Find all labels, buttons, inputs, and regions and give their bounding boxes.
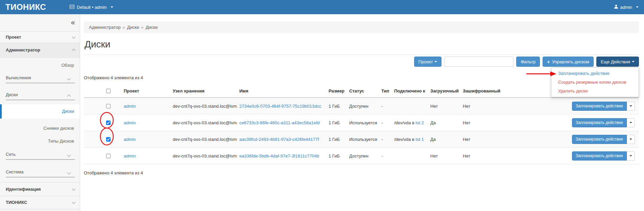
chevron-down-icon [72, 187, 75, 190]
sidebar-group-volumes[interactable]: Диски [6, 92, 75, 100]
attached-cell: /dev/vda в tst 2 [391, 114, 428, 131]
tionix-logo[interactable]: ТИОНИКС [0, 2, 70, 12]
project-link[interactable]: admin [124, 153, 136, 159]
sidebar-item-volume-types[interactable]: Типы Дисков [0, 137, 80, 146]
search-input[interactable] [444, 57, 514, 67]
col-header-type: Тип [379, 85, 391, 98]
breadcrumb-item-admin[interactable]: Администратор [89, 25, 121, 30]
host-cell: dev-cnt7q-ovs-03.stand.loc@lvm#lvm [170, 114, 237, 131]
schedule-action-button[interactable]: Запланировать действие [572, 135, 627, 144]
sidebar-group-system[interactable]: Система [6, 169, 75, 177]
menu-item-delete-volumes[interactable]: Удалить диски [551, 87, 639, 96]
menu-item-create-backups[interactable]: Создать резервные копии дисков [551, 78, 639, 87]
instance-link[interactable]: tst 2 [415, 120, 424, 125]
chevron-down-icon [67, 77, 71, 80]
instance-link[interactable]: tst 1 [415, 137, 424, 142]
sidebar-item-volumes[interactable]: Диски [0, 104, 80, 119]
page-title: Диски [85, 38, 639, 51]
table-row: admin dev-cnt7q-ovs-03.stand.loc@lvm#lvm… [84, 98, 639, 114]
breadcrumb: Администратор»Диски»Диски [84, 21, 639, 33]
chevron-down-icon [636, 6, 639, 8]
chevron-down-icon [629, 105, 632, 107]
bootable-cell: Да [428, 114, 460, 131]
row-checkbox[interactable] [106, 137, 111, 142]
project-link[interactable]: admin [124, 137, 136, 142]
sidebar-item-volume-snapshots[interactable]: Снимки дисков [0, 124, 80, 133]
sidebar-section-identity[interactable]: Идентификация [0, 182, 80, 196]
volume-name-link[interactable]: ce6733c3-66fe-460c-a311-a43ec58a1efd [239, 120, 320, 125]
size-cell: 1 ГиБ [326, 114, 347, 131]
host-cell: dev-cnt7q-ovs-03.stand.loc@lvm#lvm [170, 131, 237, 148]
top-header: ТИОНИКС Default • admin admin [0, 0, 644, 14]
sidebar-group-compute[interactable]: Вычисления [6, 75, 75, 83]
status-cell: Используется [347, 131, 379, 148]
status-cell: Доступен [347, 148, 379, 164]
breadcrumb-item-volumes-group[interactable]: Диски [127, 25, 139, 30]
col-header-host: Узел хранения [170, 85, 237, 98]
host-cell: dev-cnt7q-ovs-03.stand.loc@lvm#lvm [170, 98, 237, 114]
manage-volume-button[interactable]: + Управлять диском [543, 57, 594, 67]
user-menu[interactable]: admin [614, 4, 644, 10]
chevron-up-icon [67, 94, 71, 98]
chevron-down-icon [629, 155, 632, 156]
col-header-bootable: Загрузочный [428, 85, 460, 98]
more-actions-wrap: Еще Действия Запланировать действие Созд… [596, 57, 639, 67]
row-checkbox[interactable] [106, 104, 111, 108]
row-actions-dropdown-button[interactable] [627, 118, 635, 127]
filter-button[interactable]: Фильтр [516, 57, 540, 67]
type-cell: - [379, 131, 391, 148]
col-header-encrypted: Зашифрованный [460, 85, 504, 98]
select-all-checkbox[interactable] [106, 89, 111, 93]
schedule-action-button[interactable]: Запланировать действие [572, 118, 627, 127]
sidebar-item-overview[interactable]: Обзор [0, 60, 80, 70]
col-header-attached: Подключено к [391, 85, 428, 98]
menu-item-schedule-action[interactable]: Запланировать действие [551, 69, 639, 78]
row-actions-dropdown-button[interactable] [627, 102, 635, 111]
user-menu-label: admin [620, 5, 632, 10]
chevron-up-icon [72, 49, 75, 52]
size-cell: 1 ГиБ [326, 148, 347, 164]
volume-name-link[interactable]: aac39fcd-2493-4b91-97a3-c426fe44177f [239, 137, 319, 142]
schedule-action-button[interactable]: Запланировать действие [572, 151, 627, 161]
sidebar-collapse-button[interactable]: « [71, 19, 75, 26]
chevron-down-icon [67, 171, 71, 174]
row-checkbox[interactable] [106, 154, 111, 158]
schedule-action-button[interactable]: Запланировать действие [572, 102, 627, 111]
encrypted-cell: Нет [460, 148, 504, 164]
chevron-down-icon [72, 200, 75, 204]
sidebar-group-network[interactable]: Сеть [6, 152, 75, 160]
col-header-project: Проект [121, 85, 170, 98]
more-actions-button[interactable]: Еще Действия [596, 57, 639, 67]
user-icon [614, 4, 618, 10]
panel-switcher-icon [70, 5, 74, 10]
sidebar-collapse-row: « [0, 14, 80, 31]
volume-name-link[interactable]: ea336fde-5bdb-4daf-97e7-3f1611c7704b [239, 153, 319, 159]
project-link[interactable]: admin [124, 120, 136, 125]
chevron-down-icon [67, 153, 71, 157]
breadcrumb-separator: » [141, 25, 144, 30]
bootable-cell: Нет [428, 98, 460, 114]
col-header-size: Размер [326, 85, 347, 98]
context-switcher[interactable]: Default • admin [70, 5, 113, 10]
sidebar-section-tionix[interactable]: ТИОНИКС [0, 196, 80, 209]
breadcrumb-item-current: Диски [146, 25, 158, 30]
table-row: admin dev-cnt7q-ovs-03.stand.loc@lvm#lvm… [84, 114, 639, 131]
project-filter-button[interactable]: Проект [414, 57, 442, 67]
chevron-down-icon [111, 6, 113, 8]
bootable-cell: Да [428, 131, 460, 148]
row-checkbox[interactable] [106, 121, 111, 125]
host-cell: dev-cnt7q-ovs-03.stand.loc@lvm#lvm [170, 148, 237, 164]
attached-cell: /dev/vda в tst 1 [391, 131, 428, 148]
more-actions-menu: Запланировать действие Создать резервные… [551, 67, 639, 97]
sidebar-section-project[interactable]: Проект [0, 31, 80, 43]
sidebar-section-admin[interactable]: Администратор [0, 43, 80, 58]
row-actions-dropdown-button[interactable] [627, 135, 635, 144]
encrypted-cell: Нет [460, 114, 504, 131]
volume-name-link[interactable]: 2734e0c6-0703-464f-9757-75c19b013dcc [239, 104, 321, 109]
chevron-down-icon [632, 61, 635, 62]
plus-icon: + [547, 59, 550, 64]
project-link[interactable]: admin [124, 104, 136, 109]
col-header-status: Статус [347, 85, 379, 98]
col-header-name: Имя [237, 85, 326, 98]
row-actions-dropdown-button[interactable] [627, 151, 635, 161]
